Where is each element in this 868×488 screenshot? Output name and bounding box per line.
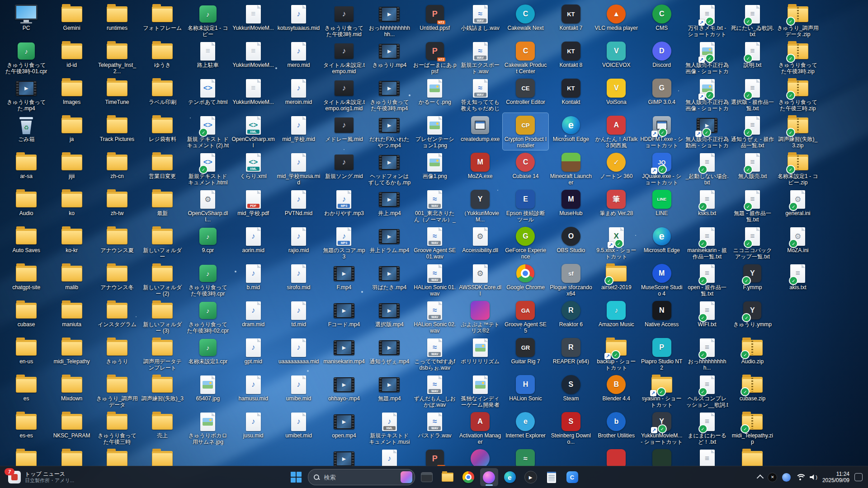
desktop-icon[interactable]: LINELINE [639, 187, 684, 224]
desktop-icon[interactable]: maniuta [49, 298, 94, 335]
desktop-icon[interactable]: ✓きゅうり食ってた午後三時.zip [775, 76, 821, 113]
desktop-icon[interactable]: ≡ [684, 446, 730, 466]
desktop-icon[interactable]: ≡YukkuriMovieM... [231, 39, 276, 76]
desktop-icon[interactable]: ▶F.mp4 [321, 261, 367, 298]
desktop-icon[interactable]: es-es [4, 409, 49, 446]
desktop-icon[interactable]: ≡↗✓万引きメモ.txt - ショートカット [684, 2, 730, 39]
desktop-icon[interactable]: ≈WAV答え知ってても教えちゃだめじゃん.wav [458, 76, 503, 113]
clock[interactable]: 11:24 2025/09/09 [822, 471, 849, 483]
desktop-icon[interactable]: GGeForce Experience [503, 224, 548, 261]
desktop-icon[interactable]: <>テンポあて.html [185, 76, 231, 113]
desktop-icon[interactable]: ♪meroin.mid [276, 76, 321, 113]
desktop-icon[interactable]: ↗✓無人販売不正行為画像 - ショートカッ... [684, 39, 730, 76]
desktop-icon[interactable]: AActivation Manager [458, 409, 503, 446]
desktop-icon[interactable]: PPiapro Studio NT2 [639, 335, 684, 372]
desktop-icon[interactable]: ♪PVTNd.mid [276, 187, 321, 224]
desktop-icon[interactable]: レジ袋有料 [140, 113, 185, 150]
chrome-icon[interactable] [459, 468, 477, 486]
desktop-icon[interactable]: ≡✓ksks.txt [684, 187, 730, 224]
desktop-icon[interactable]: es [4, 372, 49, 409]
desktop-icon[interactable]: CCakewalk Product Center [503, 39, 548, 76]
desktop-icon[interactable]: DDiscord [639, 39, 684, 76]
desktop-icon[interactable]: KTKontakt 7 [548, 2, 594, 39]
desktop-icon[interactable]: かるーく.png [412, 76, 458, 113]
desktop-icon[interactable]: 営業日変更 [140, 150, 185, 187]
desktop-icon[interactable]: アナウンス夏 [94, 224, 140, 261]
media-player-icon[interactable]: ▶ [522, 468, 540, 486]
search-box[interactable] [308, 469, 415, 485]
desktop-icon[interactable]: Y✓F.ymmp [730, 261, 775, 298]
desktop-icon[interactable]: ♪きゅうり食ってた午後3時-02.cpr [185, 298, 231, 335]
start-button[interactable] [287, 468, 305, 486]
desktop-icon[interactable]: ▶ヘッドフォンはずしてるかも.mp4 [367, 150, 412, 187]
desktop-icon[interactable]: zh-tw [94, 187, 140, 224]
desktop-icon[interactable]: TimeTune [94, 76, 140, 113]
desktop-icon[interactable]: ≡路上駐車 [185, 39, 231, 76]
desktop-icon[interactable]: ✓cubase.zip [730, 372, 775, 409]
desktop-icon[interactable]: Aかんたん！AITalk 3 関西風 [594, 113, 639, 150]
desktop-icon[interactable]: ≈WAVHALion Sonic 02.wav [412, 298, 458, 335]
desktop-icon[interactable]: en-us [4, 335, 49, 372]
desktop-icon[interactable]: GGIMP 3.0.4 [639, 76, 684, 113]
desktop-icon[interactable]: CCMS [639, 2, 684, 39]
desktop-icon[interactable]: Y↗✓YukkuriMovieM... - ショートカット [639, 409, 684, 446]
desktop-icon[interactable]: JQ↗✓JQuake.exe - ショートカット [639, 150, 684, 187]
desktop-icon[interactable]: ≡✓選択版 - 親作品一覧.txt [730, 76, 775, 113]
desktop-icon[interactable]: zh-cn [94, 150, 140, 187]
desktop-icon[interactable]: ▶きゅうり.mp4 [367, 39, 412, 76]
desktop-icon[interactable]: ✓ノートン 360 [594, 150, 639, 187]
desktop-icon[interactable]: ≡✓_起動しない場合.txt [684, 150, 730, 187]
desktop-icon[interactable]: ko-kr [49, 224, 94, 261]
desktop-icon[interactable]: eMicrosoft Edge [639, 224, 684, 261]
desktop-icon[interactable]: CCakewalk Next [503, 2, 548, 39]
desktop-icon[interactable]: ≡✓無題 - 親作品一覧.txt [730, 187, 775, 224]
desktop-icon[interactable]: ar-sa [4, 150, 49, 187]
desktop-icon[interactable]: ↗✓無人販売不正行為画像 - ショートカット [684, 76, 730, 113]
desktop-icon[interactable]: Track Pictures [94, 113, 140, 150]
desktop-icon[interactable]: ♪uaaaaaaaaa.mid [276, 335, 321, 372]
desktop-icon[interactable]: midi_Telepathy [49, 335, 94, 372]
desktop-icon[interactable]: ♪MP3無題のスコア.mp3 [321, 224, 367, 261]
desktop-icon[interactable]: Y✓きゅうり.ymmp [730, 298, 775, 335]
hidden-icons-chevron[interactable] [757, 474, 764, 482]
search-input[interactable] [323, 474, 397, 481]
desktop-icon[interactable]: ↗✓syasinn - ショートカット [639, 372, 684, 409]
desktop-icon[interactable]: 新しいフォルダー (2) [140, 261, 185, 298]
desktop-icon[interactable]: <>✓新規 テキスト ドキュメント (2).html [185, 113, 231, 150]
desktop-icon[interactable]: Minecraft Launcher [548, 150, 594, 187]
wifi-icon[interactable] [796, 474, 805, 480]
desktop-icon[interactable]: 新しいフォルダー (3) [140, 298, 185, 335]
desktop-icon[interactable]: ≡✓死にたい_ゐ歌詞.txt [730, 2, 775, 39]
desktop-icon[interactable] [49, 446, 94, 466]
desktop-icon[interactable]: ♪aorin.mid [231, 224, 276, 261]
desktop-icon[interactable]: ▶選択版.mp4 [367, 298, 412, 335]
desktop-icon[interactable]: jijii [49, 150, 94, 187]
desktop-icon[interactable]: ⚙OpenCvSharp.dll... [185, 187, 231, 224]
desktop-icon[interactable]: PNT2 [412, 446, 458, 466]
desktop-icon[interactable]: Y（YukkuriMovieM... [458, 187, 503, 224]
desktop-icon[interactable]: id-id [49, 39, 94, 76]
desktop-icon[interactable]: ♪mero.mid [276, 39, 321, 76]
desktop-icon[interactable]: ▶きゅうり食ってた.mp4 [4, 76, 49, 113]
desktop-icon[interactable]: cubase [4, 298, 49, 335]
desktop-icon[interactable]: Gemini [49, 2, 94, 39]
desktop-icon[interactable]: ≈ [503, 446, 548, 466]
desktop-icon[interactable]: Audio [4, 187, 49, 224]
task-view-icon[interactable] [418, 468, 436, 486]
desktop-icon[interactable]: ≈WAV新規エクスポート.wav [458, 39, 503, 76]
desktop-icon[interactable]: Images [49, 76, 94, 113]
desktop-icon[interactable]: ja [49, 113, 94, 150]
desktop-icon[interactable]: ↗✓backup - ショートカット [594, 335, 639, 372]
desktop-icon[interactable]: ♪MP3わかりやす.mp3 [321, 187, 367, 224]
desktop-icon[interactable]: ≈WAVHALion Sonic 01.wav [412, 261, 458, 298]
desktop-icon[interactable]: GAGroove Agent SE 5 [503, 298, 548, 335]
desktop-icon[interactable]: ▶manisekarin.mp4 [321, 335, 367, 372]
desktop-icon[interactable]: BBlender 4.4 [594, 372, 639, 409]
desktop-icon[interactable]: ▲VLC media player [594, 2, 639, 39]
desktop-icon[interactable]: <>✓新規テキストドキュメント.html [185, 150, 231, 187]
desktop-icon[interactable]: <>XMLくらり.xml [231, 150, 276, 187]
desktop-icon[interactable]: 最新 [140, 187, 185, 224]
desktop-icon[interactable]: MMuseScore Studio 4 [639, 261, 684, 298]
desktop-icon[interactable]: chatgpt-site [4, 261, 49, 298]
desktop-icon[interactable]: ≡✓まにまにわーるど！.txt [684, 409, 730, 446]
